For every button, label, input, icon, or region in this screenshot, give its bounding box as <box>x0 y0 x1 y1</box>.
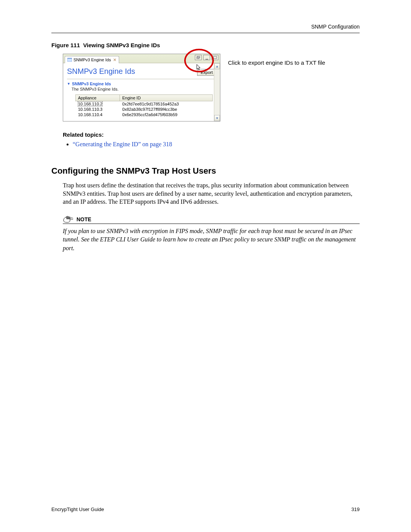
figure-title: Viewing SNMPv3 Engine IDs <box>83 42 160 48</box>
table-row[interactable]: 10.168.110.2 0x2fd7ee81c9d178516a452a3 <box>76 101 213 107</box>
column-appliance[interactable]: Appliance <box>76 95 120 101</box>
related-topics-heading: Related topics: <box>63 131 360 138</box>
tab-snmpv3-engine-ids[interactable]: SNMPv3 Engine Ids ✕ <box>65 56 119 64</box>
list-item: “Generating the Engine ID” on page 318 <box>73 141 360 148</box>
tab-bar: SNMPv3 Engine Ids ✕ ▁ <box>63 54 220 63</box>
engine-id-table: Appliance Engine ID 10.168.110.2 0x2fd7e… <box>75 94 213 117</box>
column-engine-id[interactable]: Engine ID <box>120 95 212 101</box>
window-maximize-icon[interactable] <box>212 55 218 60</box>
cell-appliance: 10.168.110.3 <box>76 107 120 112</box>
section-description: The SNMPv3 Engine Ids. <box>72 87 216 91</box>
page-content: Figure 111 Viewing SNMPv3 Engine IDs SNM… <box>51 42 360 252</box>
svg-rect-1 <box>67 58 72 59</box>
note-hand-icon <box>63 216 73 223</box>
cell-engine-id: 0x6e2935ccf2a6d475f603b59 <box>120 112 212 117</box>
note-body: If you plan to use SNMPv3 with encryptio… <box>63 227 360 252</box>
svg-rect-4 <box>213 56 217 59</box>
footer-guide-title: EncrypTight User Guide <box>51 506 104 512</box>
section-header-text: SNMPv3 Engine Ids <box>72 81 111 86</box>
document-icon <box>67 58 72 62</box>
tab-label: SNMPv3 Engine Ids <box>73 58 111 62</box>
tab-close-icon[interactable]: ✕ <box>112 58 116 62</box>
footer-page-number: 319 <box>351 506 360 512</box>
figure-label: Figure 111 <box>51 42 80 48</box>
table-row[interactable]: 10.168.110.3 0x82ab38c97f127ff89f4cc3be <box>76 107 213 112</box>
running-header: SNMP Configuration <box>311 24 360 30</box>
cross-reference-link[interactable]: “Generating the Engine ID” on page 318 <box>73 141 172 147</box>
window-minimize-icon[interactable]: ▁ <box>203 55 210 60</box>
scroll-up-icon[interactable]: ▲ <box>214 63 220 69</box>
table-header-row: Appliance Engine ID <box>76 95 213 101</box>
note-header: NOTE <box>63 216 360 224</box>
scroll-down-icon[interactable]: ▼ <box>214 115 220 121</box>
title-divider <box>67 79 216 79</box>
cell-appliance: 10.168.110.2 <box>78 102 102 106</box>
app-window: SNMPv3 Engine Ids ✕ ▁ SNMPv3 Engine Ids <box>63 54 220 121</box>
cell-appliance: 10.168.110.4 <box>76 112 120 117</box>
related-topics-list: “Generating the Engine ID” on page 318 <box>73 141 360 148</box>
table-row[interactable]: 10.168.110.4 0x6e2935ccf2a6d475f603b59 <box>76 112 213 117</box>
body-paragraph: Trap host users define the destination t… <box>63 181 360 206</box>
chevron-down-icon: ▼ <box>67 82 70 86</box>
note-label: NOTE <box>76 216 91 222</box>
section-heading: Configuring the SNMPv3 Trap Host Users <box>51 166 360 176</box>
panel-title: SNMPv3 Engine Ids <box>67 66 135 79</box>
header-rule <box>51 33 360 33</box>
cursor-icon <box>196 64 202 72</box>
figure-callout: Click to export engine IDs to a TXT file <box>228 59 325 67</box>
note-block: NOTE If you plan to use SNMPv3 with encr… <box>63 216 360 252</box>
vertical-scrollbar[interactable]: ▲ ▼ <box>214 63 220 121</box>
figure: SNMPv3 Engine Ids ✕ ▁ SNMPv3 Engine Ids <box>63 54 360 121</box>
cell-engine-id: 0x2fd7ee81c9d178516a452a3 <box>120 101 212 107</box>
window-controls: ▁ <box>195 55 218 60</box>
figure-caption: Figure 111 Viewing SNMPv3 Engine IDs <box>51 42 360 48</box>
section-header[interactable]: ▼ SNMPv3 Engine Ids <box>67 81 216 86</box>
page-footer: EncrypTight User Guide 319 <box>51 506 360 512</box>
cell-engine-id: 0x82ab38c97f127ff89f4cc3be <box>120 107 212 112</box>
window-restore-icon[interactable] <box>195 55 202 60</box>
